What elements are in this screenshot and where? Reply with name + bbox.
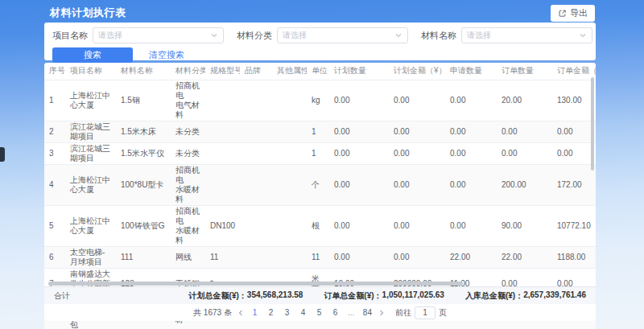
table-cell: 根 [307,205,329,246]
table-cell: 3 [44,142,65,164]
table-cell: 0.00 [389,121,445,142]
table-row[interactable]: 5上海松江中心大厦100铸铁管G招商机电 水暖材料DN100根0.000.000… [44,205,596,246]
table-cell: 100*8U型卡 [116,164,171,205]
column-header: 计划数量 [329,63,389,80]
table-cell: 1188.00 [552,246,596,268]
table-cell: 6 [44,246,65,268]
table-cell: 11 [307,246,329,268]
page-button-6[interactable]: 6 [330,308,341,317]
table-cell: 0.00 [445,164,497,205]
table-cell: 0.00 [389,142,445,164]
table-cell: 未分类 [171,121,205,142]
column-header: 规格型号 [205,63,240,80]
page-button-4[interactable]: 4 [298,308,308,317]
table-cell: 111 [116,246,171,268]
project-name-label: 项目名称 [52,30,88,42]
horizontal-scrollbar[interactable] [48,282,463,286]
table-cell [272,205,307,246]
filter-project-name: 项目名称 请选择 [52,27,224,43]
clear-search-link[interactable]: 清空搜索 [149,49,184,61]
table-cell [272,142,307,164]
table-cell: 22.00 [497,246,552,268]
summary-total: 计划总金额(¥)：354,568,213.58 [189,290,303,302]
filter-actions: 搜索 清空搜索 [44,43,596,63]
table-cell: 招商机电 电气材料 [171,80,205,121]
column-header: 材料名称 [116,63,171,80]
page-button-5[interactable]: 5 [314,308,324,317]
column-header: 品牌 [240,63,272,80]
table-cell [272,80,307,121]
table-cell: 滨江花城三期项目 [65,121,116,142]
table-panel: 序号项目名称材料名称材料分类规格型号品牌其他属性单位计划数量计划金额（¥）申请数… [44,63,596,321]
filter-panel: 项目名称 请选择 材料分类 请选择 材料名称 请选择 [44,23,596,60]
table-cell: 90.00 [497,205,552,246]
table-cell [205,142,240,164]
table-cell [205,164,240,205]
table-row[interactable]: 1上海松江中心大厦1.5钢招商机电 电气材料kg0.000.000.0020.0… [44,80,596,121]
table-cell: 1 [307,142,329,164]
table-cell: 1.5米水平仪 [116,142,171,164]
summary-total: 订单总金额(¥)：1,050,117,025.63 [324,290,444,302]
project-name-placeholder: 请选择 [98,30,122,41]
filter-material-category: 材料分类 请选择 [237,27,408,43]
table-cell: 10772.10 [552,205,596,246]
material-name-select[interactable]: 请选择 [461,27,592,43]
table-row[interactable]: 6太空电梯-月球项目111网线11110.000.0022.0022.00118… [44,246,596,268]
column-header: 订单数量 [497,63,552,80]
goto-page-input[interactable] [415,306,436,319]
page-button-3[interactable]: 3 [282,308,292,317]
table-cell: 0.00 [329,164,389,205]
summary-label: 合计 [54,290,70,302]
search-button[interactable]: 搜索 [52,47,133,63]
material-name-label: 材料名称 [421,30,456,42]
table-cell [240,246,272,268]
table-cell: 200.00 [497,164,552,205]
page-ellipsis: ... [346,308,357,317]
pagination: 共 1673 条 123456...84 前往 页 [44,304,596,321]
export-icon [558,9,567,18]
page-button-84[interactable]: 84 [362,308,373,317]
table-cell: 11 [205,246,240,268]
screen: 材料计划执行表 导出 项目名称 请选择 材料分类 请选择 [0,0,644,329]
chevron-down-icon [210,32,218,39]
export-button[interactable]: 导出 [551,5,595,22]
table-cell [272,121,307,142]
material-category-select[interactable]: 请选择 [277,27,408,43]
material-category-label: 材料分类 [237,30,272,42]
table-cell: 20.00 [497,80,552,121]
table-cell: 130.00 [552,80,596,121]
column-header: 订单金额（¥） [552,63,596,80]
project-name-select[interactable]: 请选择 [93,27,224,43]
table-cell: 上海松江中心大厦 [65,205,116,246]
table-cell: 1 [307,121,329,142]
next-page-icon[interactable] [378,309,385,317]
prev-page-icon[interactable] [237,309,244,317]
chevron-down-icon [579,32,587,39]
sidebar-expand-handle[interactable] [0,147,5,162]
material-category-placeholder: 请选择 [283,30,307,41]
table-cell: 网线 [171,246,205,268]
material-name-placeholder: 请选择 [467,30,491,41]
table-row[interactable]: 2滨江花城三期项目1.5米木床未分类10.000.000.000.000.00 [44,121,596,142]
table-cell: 0.00 [497,142,552,164]
vertical-scrollbar[interactable] [591,77,594,171]
table-cell: 招商机电 水暖材料 [171,164,205,205]
table-cell: DN100 [205,205,240,246]
summary-row: 合计 计划总金额(¥)：354,568,213.58订单总金额(¥)：1,050… [44,286,596,304]
table-cell: 0.00 [329,205,389,246]
table-cell [272,164,307,205]
page-button-1[interactable]: 1 [250,308,260,317]
column-header: 材料分类 [171,63,205,80]
table-cell: 172.00 [552,164,596,205]
column-header: 其他属性 [272,63,307,80]
goto-page: 前往 页 [395,306,447,319]
table-row[interactable]: 4上海松江中心大厦100*8U型卡招商机电 水暖材料个0.000.000.002… [44,164,596,205]
table-cell [272,246,307,268]
table-cell: 5 [44,205,65,246]
total-count: 共 1673 条 [193,307,232,319]
table-cell: 100铸铁管G [116,205,171,246]
page-button-2[interactable]: 2 [266,308,276,317]
table-cell [240,142,272,164]
table-row[interactable]: 3滨江花城三期项目1.5米水平仪未分类10.000.000.000.000.00 [44,142,596,164]
table-cell: 1.5钢 [116,80,171,121]
